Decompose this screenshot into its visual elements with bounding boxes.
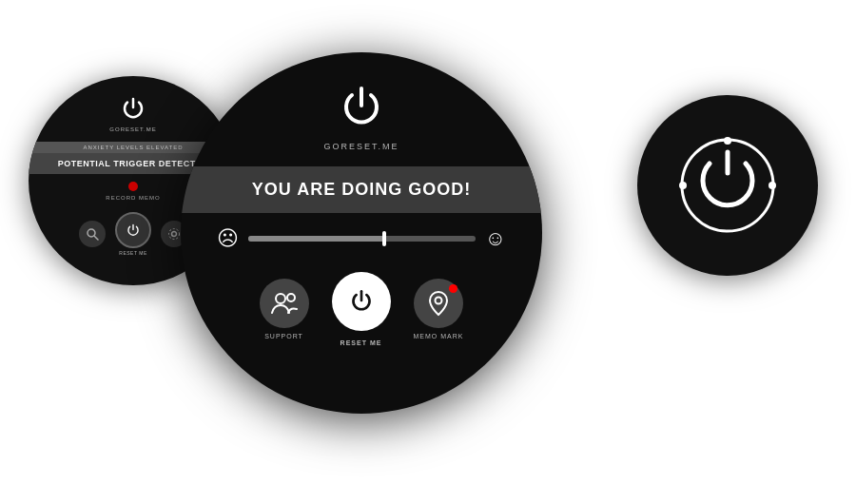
memo-mark-label: MEMO MARK xyxy=(414,333,464,339)
status-text: YOU ARE DOING GOOD! xyxy=(252,180,471,199)
slider-fill xyxy=(248,236,384,242)
power-icon-reset-btn xyxy=(346,286,377,317)
reset-btn-left[interactable] xyxy=(115,212,151,248)
power-icon-center xyxy=(333,79,390,136)
svg-point-2 xyxy=(172,232,177,237)
power-icon-left-center xyxy=(125,222,142,239)
main-scene: GORESET.ME ANXIETY LEVELS ELEVATED POTEN… xyxy=(0,0,856,504)
circle-center: GORESET.ME YOU ARE DOING GOOD! ☹ ☺ xyxy=(181,52,542,414)
reset-label-left: RESET ME xyxy=(119,250,146,256)
circle-right xyxy=(637,95,818,276)
slider-thumb xyxy=(382,231,386,246)
record-dot xyxy=(128,182,138,191)
center-ctrl-wrapper: RESET ME xyxy=(115,212,151,256)
search-icon-left xyxy=(86,227,99,241)
mood-slider-section: ☹ ☺ xyxy=(217,226,506,251)
svg-point-0 xyxy=(88,229,95,237)
bottom-actions: SUPPORT RESET ME xyxy=(260,272,464,346)
pin-icon xyxy=(427,290,450,317)
record-memo-label: RECORD MEMO xyxy=(106,195,160,201)
center-top: GORESET.ME xyxy=(323,52,399,151)
brand-label-left: GORESET.ME xyxy=(109,126,156,132)
reset-me-button[interactable]: RESET ME xyxy=(332,272,391,346)
svg-point-9 xyxy=(679,182,687,189)
support-icon-wrap xyxy=(260,279,309,328)
svg-point-5 xyxy=(287,294,295,301)
memo-mark-icon-wrap xyxy=(414,279,463,328)
power-icon-right xyxy=(675,133,780,238)
mood-slider-track[interactable] xyxy=(248,236,476,242)
svg-point-4 xyxy=(276,294,285,303)
power-icon-left xyxy=(118,93,148,124)
svg-line-1 xyxy=(95,237,99,241)
reset-me-label: RESET ME xyxy=(340,339,382,346)
support-button[interactable]: SUPPORT xyxy=(260,279,309,339)
status-bar: YOU ARE DOING GOOD! xyxy=(181,166,542,213)
svg-point-3 xyxy=(169,229,180,240)
people-icon xyxy=(271,292,298,315)
gear-icon-left xyxy=(167,227,181,241)
record-memo-section[interactable]: RECORD MEMO xyxy=(106,182,160,201)
sad-face-icon: ☹ xyxy=(217,226,239,251)
reset-me-icon-wrap xyxy=(332,272,391,331)
memo-mark-button[interactable]: MEMO MARK xyxy=(414,279,464,339)
brand-label-center: GORESET.ME xyxy=(323,142,399,151)
bottom-controls-left: RESET ME xyxy=(79,212,187,256)
svg-point-10 xyxy=(768,182,776,189)
memo-red-badge xyxy=(449,284,457,293)
svg-point-8 xyxy=(724,137,731,145)
happy-face-icon: ☺ xyxy=(485,226,506,251)
left-ctrl-icon-1[interactable] xyxy=(79,221,106,247)
left-top-section: GORESET.ME xyxy=(109,76,156,132)
support-label: SUPPORT xyxy=(264,333,303,339)
svg-point-6 xyxy=(435,298,441,304)
